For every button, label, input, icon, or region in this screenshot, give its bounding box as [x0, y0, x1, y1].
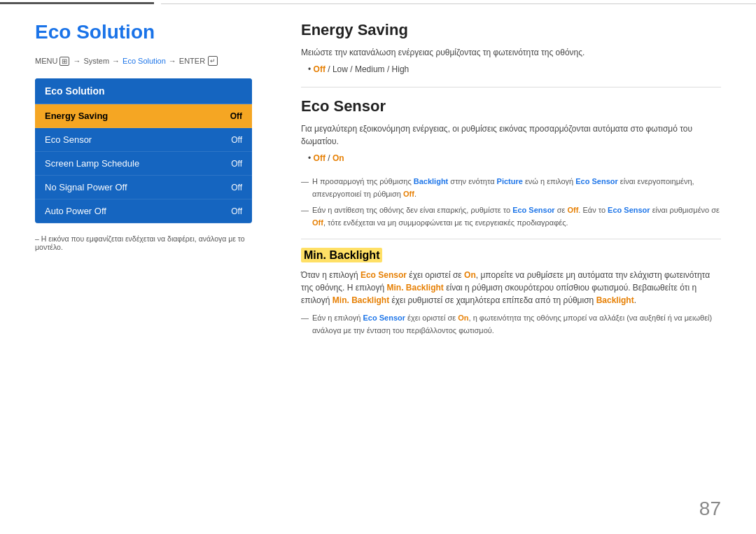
- eco-sensor-note2: Εάν η αντίθεση της οθόνης δεν είναι επαρ…: [301, 204, 721, 229]
- page-title: Eco Solution: [35, 21, 259, 43]
- no-signal-label: No Signal Power Off: [45, 182, 127, 192]
- right-panel: Energy Saving Μειώστε την κατανάλωση ενέ…: [301, 21, 721, 342]
- top-bar-accent: [0, 2, 154, 4]
- menu-item-screen-lamp[interactable]: Screen Lamp Schedule Off: [35, 152, 252, 176]
- left-note: – Η εικόνα που εμφανίζεται ενδέχεται να …: [35, 234, 259, 251]
- menu-item-no-signal[interactable]: No Signal Power Off Off: [35, 176, 252, 199]
- note-content: Η εικόνα που εμφανίζεται ενδέχεται να δι…: [35, 234, 245, 251]
- eco-sensor-note-ref: Eco Sensor: [363, 314, 406, 322]
- on-note-ref: On: [458, 314, 468, 322]
- on-option-eco: On: [332, 153, 344, 163]
- menu-label: MENU: [35, 57, 57, 65]
- section-divider-2: [301, 239, 721, 239]
- enter-icon: ↵: [208, 56, 218, 66]
- energy-saving-options-list: Off / Low / Medium / High: [301, 64, 721, 74]
- energy-saving-value: Off: [230, 111, 242, 121]
- eco-sensor-ref1: Eco Sensor: [575, 177, 618, 185]
- eco-sensor-option: Off / On: [308, 153, 721, 163]
- top-bar-line: [161, 3, 756, 4]
- screen-lamp-value: Off: [231, 159, 242, 169]
- left-panel: Eco Solution MENU ⊞ → System → Eco Solut…: [35, 21, 259, 251]
- min-backlight-ref: Min. Backlight: [386, 283, 443, 293]
- min-backlight-ref2: Min. Backlight: [332, 295, 389, 305]
- eco-sensor-on-ref: Eco Sensor: [360, 270, 407, 280]
- backlight-ref1: Backlight: [414, 177, 449, 185]
- eco-sensor-ref3: Eco Sensor: [608, 206, 650, 214]
- page-number: 87: [699, 498, 721, 520]
- energy-saving-option: Off / Low / Medium / High: [308, 64, 721, 74]
- menu-item-energy-saving[interactable]: Energy Saving Off: [35, 104, 252, 128]
- menu-path: MENU ⊞ → System → Eco Solution → ENTER ↵: [35, 56, 259, 66]
- picture-ref: Picture: [497, 177, 523, 185]
- arrow2: →: [112, 57, 120, 65]
- arrow3: →: [169, 57, 176, 65]
- menu-item-eco-sensor[interactable]: Eco Sensor Off: [35, 128, 252, 152]
- top-bar: [0, 0, 756, 4]
- eco-sensor-label: Eco Sensor: [45, 134, 92, 145]
- energy-saving-label: Energy Saving: [45, 111, 108, 121]
- eco-sensor-options-list: Off / On: [301, 153, 721, 163]
- separator: / Low / Medium / High: [328, 64, 409, 74]
- off-option: Off: [314, 64, 326, 74]
- on-separator: /: [328, 153, 332, 163]
- eco-sensor-desc: Για μεγαλύτερη εξοικονόμηση ενέργειας, ο…: [301, 122, 721, 148]
- off-ref3: Off: [312, 218, 323, 227]
- eco-sensor-value: Off: [231, 135, 242, 145]
- screen-lamp-label: Screen Lamp Schedule: [45, 158, 139, 169]
- menu-box-header: Eco Solution: [35, 78, 252, 104]
- eco-sensor-ref2: Eco Sensor: [512, 206, 555, 214]
- energy-saving-desc: Μειώστε την κατανάλωση ενέργειας ρυθμίζο…: [301, 46, 721, 59]
- eco-sensor-note1: Η προσαρμογή της ρύθμισης Backlight στην…: [301, 176, 721, 200]
- off-ref1: Off: [403, 190, 414, 198]
- no-signal-value: Off: [231, 183, 242, 192]
- auto-power-value: Off: [231, 206, 242, 216]
- menu-item-auto-power[interactable]: Auto Power Off Off: [35, 199, 252, 223]
- min-backlight-title: Min. Backlight: [301, 248, 382, 262]
- section-divider-1: [301, 87, 721, 87]
- min-backlight-desc: Όταν η επιλογή Eco Sensor έχει οριστεί σ…: [301, 269, 721, 307]
- eco-sensor-title: Eco Sensor: [301, 97, 721, 115]
- min-backlight-note: Εάν η επιλογή Eco Sensor έχει οριστεί σε…: [301, 312, 721, 337]
- system-label: System: [83, 57, 109, 65]
- backlight-ref-mb: Backlight: [596, 295, 634, 305]
- min-backlight-title-wrap: Min. Backlight: [301, 249, 721, 262]
- menu-icon: ⊞: [59, 57, 69, 66]
- note-dash: –: [35, 234, 39, 243]
- off-ref2: Off: [567, 206, 578, 214]
- eco-solution-path-label: Eco Solution: [122, 57, 166, 65]
- energy-saving-title: Energy Saving: [301, 21, 721, 39]
- menu-box: Eco Solution Energy Saving Off Eco Senso…: [35, 78, 252, 223]
- off-option-eco: Off: [314, 153, 326, 163]
- arrow1: →: [73, 57, 80, 65]
- on-ref-mb: On: [464, 270, 476, 280]
- auto-power-label: Auto Power Off: [45, 206, 106, 216]
- enter-label: ENTER: [179, 57, 205, 65]
